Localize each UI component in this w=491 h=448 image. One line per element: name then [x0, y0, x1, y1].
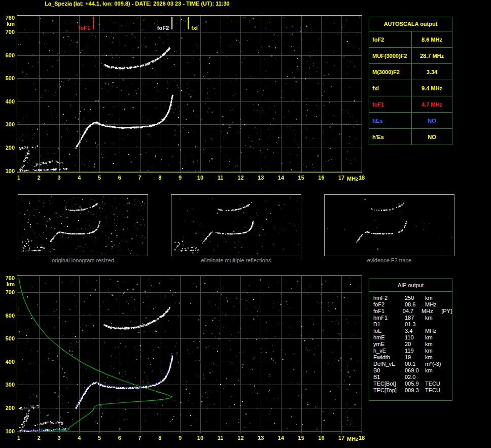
- aip-label: ymE: [373, 341, 405, 348]
- thumbnail-caption-original: original ionogram resized: [18, 257, 148, 263]
- aip-note: [446, 381, 452, 387]
- autoscala-param-value: 9.4 MHz: [412, 80, 452, 96]
- aip-note: [446, 301, 452, 308]
- aip-label: hmF2: [373, 295, 405, 301]
- station-title: La_Spezia (lat: +44.1, lon: 009.8) - DAT…: [45, 1, 229, 7]
- aip-note: [446, 361, 452, 367]
- aip-unit: km: [425, 295, 446, 301]
- aip-row-ewidth: Ewidth19km: [373, 354, 452, 361]
- aip-label: hmE: [373, 334, 405, 341]
- restored-ionogram-plot: [0, 274, 365, 445]
- aip-row-fof2: foF208.6MHz: [373, 301, 452, 308]
- aip-value: 119: [405, 348, 425, 354]
- aip-row-hmf2: hmF2250km: [373, 295, 452, 301]
- autoscala-param-label: foF2: [369, 31, 412, 47]
- aip-row-b0: B0069.0km: [373, 367, 452, 374]
- aip-unit: km: [425, 348, 446, 354]
- aip-unit: [425, 374, 446, 381]
- aip-value: 250: [405, 295, 425, 301]
- aip-unit: km: [425, 354, 446, 361]
- aip-label: DelN_vE: [373, 361, 405, 367]
- autoscala-row-muf3000f2: MUF(3000)F228.7 MHz: [369, 48, 452, 64]
- thumbnail-original-canvas: [18, 195, 148, 256]
- autoscala-row-ftes: ftEsNO: [369, 113, 452, 129]
- aip-unit: m^(-3): [425, 361, 446, 367]
- aip-row-tecbot: TEC[Bot]005.9TECU: [373, 381, 452, 387]
- aip-row-foe: foE3.4MHz: [373, 328, 452, 334]
- aip-note: [PY]: [441, 308, 452, 315]
- thumbnail-evidence-canvas: [325, 195, 454, 256]
- thumbnail-caption-evidence: evidence F2 trace: [324, 257, 454, 263]
- aip-rows: hmF2250kmfoF208.6MHzfoF104.7MHz[PY]hmF11…: [369, 292, 452, 394]
- aip-value: 187: [405, 315, 425, 321]
- autoscala-row-hes: h'EsNO: [369, 129, 452, 145]
- aip-unit: MHz: [422, 308, 441, 315]
- autoscala-param-label: MUF(3000)F2: [369, 48, 412, 63]
- aip-unit: TECU: [425, 387, 446, 394]
- aip-label: foE: [373, 328, 405, 334]
- aip-value: 20: [405, 341, 425, 348]
- thumbnail-evidence-f2: [324, 194, 454, 256]
- aip-value: 3.4: [405, 328, 425, 334]
- aip-note: [446, 315, 452, 321]
- thumbnail-eliminate-reflections: [171, 194, 301, 256]
- aip-row-hve: h_vE119km: [373, 348, 452, 354]
- aip-output-header: AIP output: [369, 279, 452, 292]
- autoscala-row-fof2: foF28.6 MHz: [369, 31, 452, 48]
- aip-value: 00.1: [405, 361, 425, 367]
- measured-ionogram-plot: [0, 14, 365, 185]
- aip-row-yme: ymE20km: [373, 341, 452, 348]
- autoscala-param-label: M(3000)F2: [369, 64, 412, 80]
- aip-label: foF1: [373, 308, 403, 315]
- autoscala-param-value: 28.7 MHz: [412, 48, 452, 63]
- aip-label: TEC[Top]: [373, 387, 405, 394]
- aip-row-delnve: DelN_vE00.1m^(-3): [373, 361, 452, 367]
- aip-row-b1: B102.0: [373, 374, 452, 381]
- aip-label: D1: [373, 321, 405, 328]
- aip-label: Ewidth: [373, 354, 405, 361]
- autoscala-row-fof1: foF14.7 MHz: [369, 96, 452, 113]
- aip-unit: MHz: [425, 301, 446, 308]
- thumbnail-original-ionogram: [18, 194, 148, 256]
- autoscala-param-label: foF1: [369, 96, 412, 112]
- aip-note: [446, 321, 452, 328]
- aip-note: [446, 341, 452, 348]
- aip-label: hmF1: [373, 315, 405, 321]
- aip-row-d1: D101.3: [373, 321, 452, 328]
- aip-note: [446, 348, 452, 354]
- aip-row-fof1: foF104.7MHz[PY]: [373, 308, 452, 315]
- aip-value: 069.0: [405, 367, 425, 374]
- aip-note: [446, 295, 452, 301]
- thumbnail-eliminate-canvas: [171, 195, 301, 256]
- aip-row-hme: hmE110km: [373, 334, 452, 341]
- aip-note: [446, 328, 452, 334]
- autoscala-param-value: NO: [412, 113, 452, 128]
- aip-row-tectop: TEC[Top]009.3TECU: [373, 387, 452, 394]
- aip-label: B0: [373, 367, 405, 374]
- aip-label: h_vE: [373, 348, 405, 354]
- autoscala-rows: foF28.6 MHzMUF(3000)F228.7 MHzM(3000)F23…: [369, 31, 452, 145]
- autoscala-param-label: ftEs: [369, 113, 412, 128]
- aip-value: 04.7: [403, 308, 422, 315]
- autoscala-param-value: NO: [412, 129, 452, 145]
- aip-note: [446, 367, 452, 374]
- aip-value: 08.6: [405, 301, 425, 308]
- aip-unit: TECU: [425, 381, 446, 387]
- autoscala-row-m3000f2: M(3000)F23.34: [369, 64, 452, 80]
- aip-note: [446, 387, 452, 394]
- autoscala-param-label: h'Es: [369, 129, 412, 145]
- aip-value: 19: [405, 354, 425, 361]
- thumbnail-caption-eliminate: eliminate multiple reflections: [171, 257, 301, 263]
- aip-value: 009.3: [405, 387, 425, 394]
- aip-value: 02.0: [405, 374, 425, 381]
- aip-output-panel: AIP output hmF2250kmfoF208.6MHzfoF104.7M…: [369, 279, 452, 401]
- aip-value: 005.9: [405, 381, 425, 387]
- aip-label: B1: [373, 374, 405, 381]
- aip-label: TEC[Bot]: [373, 381, 405, 387]
- autoscala-param-value: 8.6 MHz: [412, 31, 452, 47]
- aip-value: 01.3: [405, 321, 425, 328]
- aip-note: [446, 374, 452, 381]
- aip-note: [446, 334, 452, 341]
- autoscala-screen: La_Spezia (lat: +44.1, lon: 009.8) - DAT…: [0, 0, 491, 448]
- autoscala-output-panel: AUTOSCALA output foF28.6 MHzMUF(3000)F22…: [369, 17, 452, 145]
